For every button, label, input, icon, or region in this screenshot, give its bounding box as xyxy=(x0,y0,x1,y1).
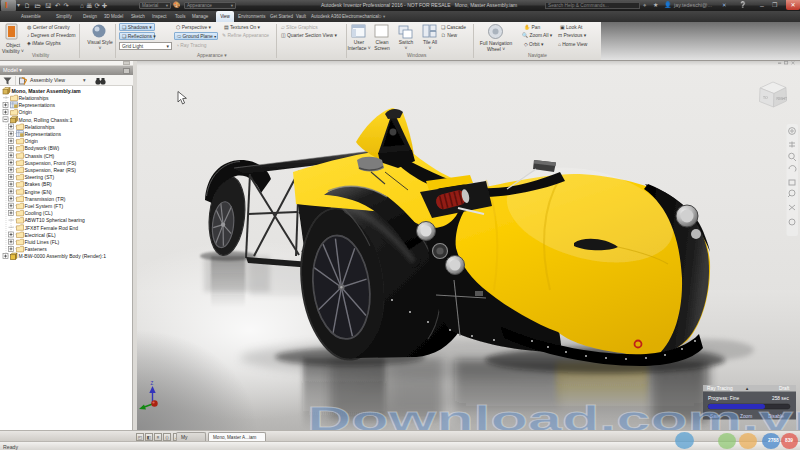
svg-text:Suspension, Rear (RS): Suspension, Rear (RS) xyxy=(25,167,77,173)
svg-text:Relationships: Relationships xyxy=(19,95,50,101)
svg-text:Electrical (EL): Electrical (EL) xyxy=(25,232,56,238)
svg-text:Draft: Draft xyxy=(779,386,790,391)
svg-text:▲: ▲ xyxy=(745,386,749,391)
svg-text:TO: TO xyxy=(763,96,768,100)
svg-text:Engine (EN): Engine (EN) xyxy=(25,189,53,195)
svg-text:Ray Tracing: Ray Tracing xyxy=(707,386,733,391)
svg-text:Fluid Lines (FL): Fluid Lines (FL) xyxy=(25,239,60,245)
svg-text:Origin: Origin xyxy=(25,138,39,144)
svg-text:Bodywork (BW): Bodywork (BW) xyxy=(25,145,60,151)
svg-text:Relationships: Relationships xyxy=(25,124,56,130)
svg-text:ABWT10 Spherical bearing: ABWT10 Spherical bearing xyxy=(25,217,86,223)
svg-text:JFX8T Female Rod End: JFX8T Female Rod End xyxy=(25,225,79,231)
svg-text:Steering (ST): Steering (ST) xyxy=(25,174,55,180)
svg-text:Representations: Representations xyxy=(19,102,56,108)
svg-text:Suspension, Front (FS): Suspension, Front (FS) xyxy=(25,160,77,166)
svg-text:M-BW-0000 Assembly Body (Rende: M-BW-0000 Assembly Body (Render):1 xyxy=(19,253,107,259)
svg-text:Transmission (TR): Transmission (TR) xyxy=(25,196,66,202)
svg-text:Mono, Rolling Chassis:1: Mono, Rolling Chassis:1 xyxy=(19,117,73,123)
svg-text:RIGHT: RIGHT xyxy=(777,97,788,101)
svg-text:Mono, Master Assembly.iam: Mono, Master Assembly.iam xyxy=(12,88,82,94)
svg-text:Chassis (CH): Chassis (CH) xyxy=(25,153,55,159)
svg-text:Origin: Origin xyxy=(19,109,33,115)
svg-text:Representations: Representations xyxy=(25,131,62,137)
svg-text:Download.com.vn: Download.com.vn xyxy=(307,399,800,430)
svg-text:Z: Z xyxy=(151,381,154,386)
svg-text:Fasteners: Fasteners xyxy=(25,246,48,252)
svg-text:Cooling (CL): Cooling (CL) xyxy=(25,210,53,216)
svg-text:Brakes (BR): Brakes (BR) xyxy=(25,181,53,187)
svg-text:Fuel System (FT): Fuel System (FT) xyxy=(25,203,64,209)
